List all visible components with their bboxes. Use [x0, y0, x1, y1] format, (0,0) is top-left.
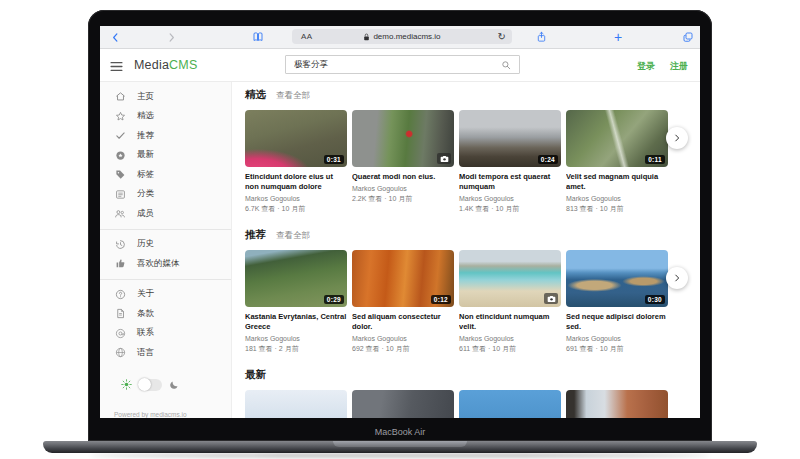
video-card — [352, 390, 454, 419]
browser-forward-button[interactable] — [166, 26, 177, 48]
video-stats: 6.7K 查看 · 10 月前 — [245, 204, 347, 214]
video-title[interactable]: Sed aliquam consectetur dolor. — [352, 312, 454, 332]
camera-icon — [544, 293, 558, 304]
page-domain: demo.mediacms.io — [363, 32, 440, 41]
video-author[interactable]: Markos Gogoulos — [459, 195, 561, 202]
main-content: 精选查看全部0:31Etincidunt dolore eius ut non … — [232, 82, 700, 418]
next-button[interactable] — [666, 267, 688, 289]
new-tab-icon[interactable]: + — [614, 26, 622, 48]
video-author[interactable]: Markos Gogoulos — [245, 195, 347, 202]
search-input[interactable] — [286, 60, 493, 70]
sidebar-item-label: 语言 — [137, 347, 154, 359]
share-icon[interactable] — [536, 26, 547, 48]
video-thumbnail[interactable]: 0:29 — [245, 250, 347, 307]
sidebar-item-home[interactable]: 主页 — [100, 87, 231, 107]
view-all-link[interactable]: 查看全部 — [276, 90, 310, 102]
menu-icon[interactable] — [110, 58, 123, 76]
video-thumbnail[interactable] — [352, 390, 454, 419]
cards-row: 0:31Etincidunt dolore eius ut non numqua… — [245, 110, 700, 214]
site-logo[interactable]: MediaCMS — [134, 58, 197, 72]
sidebar-item-featured[interactable]: 精选 — [100, 107, 231, 127]
next-button[interactable] — [666, 127, 688, 149]
reader-button[interactable]: AA — [301, 32, 313, 41]
browser-back-button[interactable] — [110, 26, 121, 48]
dark-mode-icon — [168, 379, 180, 391]
browser-toolbar: AA demo.mediacms.io ↻ + — [100, 26, 700, 49]
video-thumbnail[interactable]: 0:30 — [566, 250, 668, 307]
sidebar-item-categories[interactable]: 分类 — [100, 185, 231, 205]
video-stats: 611 查看 · 10 月前 — [459, 344, 561, 354]
media-section: 最新 — [245, 368, 700, 419]
history-icon — [114, 238, 126, 250]
video-author[interactable]: Markos Gogoulos — [566, 335, 668, 342]
video-thumbnail[interactable] — [566, 390, 668, 419]
video-author[interactable]: Markos Gogoulos — [459, 335, 561, 342]
video-author[interactable]: Markos Gogoulos — [566, 195, 668, 202]
sidebar-item-terms[interactable]: 条款 — [100, 304, 231, 324]
theme-toggle[interactable] — [138, 379, 162, 391]
reload-icon[interactable]: ↻ — [498, 32, 506, 42]
sidebar-item-contact[interactable]: 联系 — [100, 324, 231, 344]
video-author[interactable]: Markos Gogoulos — [352, 185, 454, 192]
video-card — [245, 390, 347, 419]
video-title[interactable]: Quaerat modi non eius. — [352, 172, 454, 182]
macbook-bezel: AA demo.mediacms.io ↻ + — [88, 10, 712, 441]
globe-icon — [114, 347, 126, 359]
sidebar-item-label: 最新 — [137, 149, 154, 161]
burst-icon — [114, 149, 126, 161]
video-title[interactable]: Modi tempora est quaerat numquam — [459, 172, 561, 192]
video-title[interactable]: Kastania Evrytanias, Central Greece — [245, 312, 347, 332]
sidebar-item-latest[interactable]: 最新 — [100, 146, 231, 166]
register-link[interactable]: 注册 — [670, 60, 688, 73]
sections: 精选查看全部0:31Etincidunt dolore eius ut non … — [245, 88, 700, 418]
video-thumbnail[interactable] — [459, 250, 561, 307]
video-thumbnail[interactable]: 0:11 — [566, 110, 668, 167]
section-header: 最新 — [245, 368, 700, 382]
section-title: 推荐 — [245, 228, 266, 242]
sidebar-item-label: 条款 — [137, 308, 154, 320]
video-thumbnail[interactable]: 0:12 — [352, 250, 454, 307]
check-icon — [114, 130, 126, 142]
sidebar: 主页精选推荐最新标签分类成员历史喜欢的媒体关于条款联系语言 Powered by… — [100, 82, 232, 418]
video-title[interactable]: Sed neque adipisci dolorem sed. — [566, 312, 668, 332]
sidebar-group: 关于条款联系语言 — [100, 285, 231, 363]
at-icon — [114, 327, 126, 339]
video-author[interactable]: Markos Gogoulos — [352, 335, 454, 342]
sidebar-item-label: 精选 — [137, 110, 154, 122]
search-icon[interactable] — [493, 56, 519, 73]
sidebar-item-liked-media[interactable]: 喜欢的媒体 — [100, 254, 231, 274]
bookmarks-icon[interactable] — [252, 26, 264, 48]
sidebar-item-about[interactable]: 关于 — [100, 285, 231, 305]
video-thumbnail[interactable] — [245, 390, 347, 419]
sidebar-item-label: 分类 — [137, 188, 154, 200]
video-stats: 692 查看 · 10 月前 — [352, 344, 454, 354]
screenshot-stage: AA demo.mediacms.io ↻ + — [0, 0, 800, 459]
cards-row — [245, 390, 700, 419]
sidebar-item-recommended[interactable]: 推荐 — [100, 126, 231, 146]
video-title[interactable]: Etincidunt dolore eius ut non numquam do… — [245, 172, 347, 192]
video-title[interactable]: Non etincidunt numquam velit. — [459, 312, 561, 332]
sidebar-item-label: 标签 — [137, 169, 154, 181]
theme-switcher — [100, 363, 231, 391]
view-all-link[interactable]: 查看全部 — [276, 230, 310, 242]
url-field[interactable]: AA demo.mediacms.io ↻ — [292, 29, 512, 44]
sidebar-item-label: 历史 — [137, 238, 154, 250]
video-title[interactable]: Velit sed magnam quiquia amet. — [566, 172, 668, 192]
sidebar-item-label: 推荐 — [137, 130, 154, 142]
powered-by-link[interactable]: Powered by mediacms.io — [114, 411, 187, 418]
document-icon — [114, 308, 126, 320]
video-thumbnail[interactable] — [352, 110, 454, 167]
sidebar-item-history[interactable]: 历史 — [100, 235, 231, 255]
sidebar-item-language[interactable]: 语言 — [100, 343, 231, 363]
video-thumbnail[interactable]: 0:31 — [245, 110, 347, 167]
video-author[interactable]: Markos Gogoulos — [245, 335, 347, 342]
cards-row: 0:29Kastania Evrytanias, Central GreeceM… — [245, 250, 700, 354]
star-icon — [114, 110, 126, 122]
sidebar-item-tags[interactable]: 标签 — [100, 165, 231, 185]
video-thumbnail[interactable] — [459, 390, 561, 419]
video-thumbnail[interactable]: 0:24 — [459, 110, 561, 167]
sidebar-item-members[interactable]: 成员 — [100, 204, 231, 224]
duration-badge: 0:31 — [324, 155, 344, 164]
login-link[interactable]: 登录 — [637, 60, 655, 73]
tabs-icon[interactable] — [682, 26, 694, 48]
